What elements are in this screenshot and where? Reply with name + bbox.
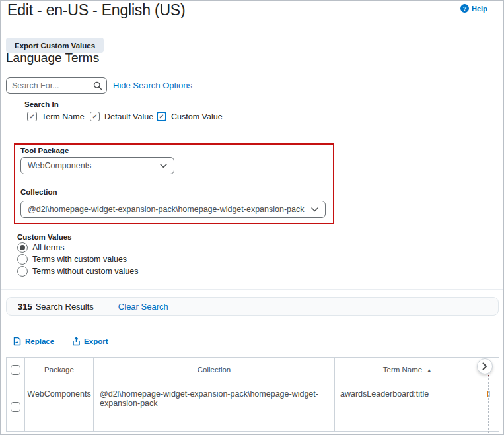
partial-highlight-mark-blue bbox=[489, 391, 490, 397]
default-value-checkbox[interactable]: ✓ bbox=[90, 112, 100, 121]
section-divider bbox=[1, 289, 503, 290]
terms-without-custom-values-radio[interactable] bbox=[17, 266, 28, 277]
check-icon: ✓ bbox=[92, 114, 97, 120]
results-count-label: Search Results bbox=[36, 302, 94, 312]
tool-package-label: Tool Package bbox=[20, 147, 69, 154]
language-terms-table: Package Collection Term Name ▲ WebCompon… bbox=[6, 357, 499, 432]
export-label: Export bbox=[84, 337, 108, 345]
column-header-collection[interactable]: Collection bbox=[94, 358, 335, 382]
clipped-cell bbox=[480, 382, 499, 431]
radio-with-custom-row: Terms with custom values bbox=[17, 254, 127, 265]
help-label: Help bbox=[472, 5, 487, 13]
column-drag-guide-line bbox=[488, 375, 489, 433]
replace-label: Replace bbox=[25, 337, 54, 345]
select-all-checkbox[interactable] bbox=[11, 365, 20, 375]
term-name-checkbox-label: Term Name bbox=[42, 112, 85, 121]
checkbox-term-name: ✓ Term Name bbox=[27, 112, 85, 121]
chevron-down-icon bbox=[311, 207, 318, 212]
help-question-icon: ? bbox=[460, 4, 469, 13]
search-in-label: Search In bbox=[24, 100, 59, 108]
custom-value-checkbox-label: Custom Value bbox=[171, 112, 223, 121]
collection-selected-value: @d2l\homepage-widget-expansion-pack\home… bbox=[28, 205, 305, 214]
column-header-package[interactable]: Package bbox=[25, 358, 94, 382]
search-icon[interactable] bbox=[92, 81, 103, 91]
sort-ascending-icon: ▲ bbox=[427, 368, 431, 372]
checkbox-custom-value: ✓ Custom Value bbox=[157, 112, 223, 121]
hide-search-options-link[interactable]: Hide Search Options bbox=[113, 81, 192, 90]
table-actions: Replace Export bbox=[13, 337, 108, 346]
row-select-cell bbox=[7, 382, 25, 431]
chevron-right-icon bbox=[482, 362, 487, 370]
page-title: Edit - en-US - English (US) bbox=[7, 1, 185, 19]
terms-with-custom-values-radio[interactable] bbox=[17, 254, 28, 265]
all-terms-radio-label: All terms bbox=[32, 243, 65, 252]
clear-search-link[interactable]: Clear Search bbox=[118, 302, 168, 312]
search-results-bar: 315 Search Results Clear Search bbox=[6, 297, 499, 316]
term-name-checkbox[interactable]: ✓ bbox=[27, 112, 37, 121]
partial-highlight-mark-orange bbox=[487, 391, 488, 397]
check-icon: ✓ bbox=[29, 114, 34, 120]
section-heading: Language Terms bbox=[6, 51, 99, 65]
custom-values-label: Custom Values bbox=[17, 233, 71, 241]
checkbox-default-value: ✓ Default Value bbox=[90, 112, 153, 121]
tool-package-select[interactable]: WebComponents bbox=[20, 157, 174, 174]
row-checkbox[interactable] bbox=[11, 402, 20, 412]
collection-cell: @d2l\homepage-widget-expansion-pack\home… bbox=[94, 382, 335, 431]
default-value-checkbox-label: Default Value bbox=[104, 112, 153, 121]
guide-anchor-dot bbox=[488, 375, 489, 376]
radio-without-custom-row: Terms without custom values bbox=[17, 266, 138, 277]
language-edit-page: Edit - en-US - English (US) ? Help Expor… bbox=[0, 0, 504, 435]
search-box bbox=[6, 77, 107, 94]
table-row: WebComponents @d2l\homepage-widget-expan… bbox=[7, 382, 499, 431]
replace-icon bbox=[13, 337, 22, 346]
all-terms-radio[interactable] bbox=[17, 242, 28, 253]
check-icon: ✓ bbox=[159, 114, 164, 120]
table-header-row: Package Collection Term Name ▲ bbox=[7, 358, 499, 382]
chevron-down-icon bbox=[160, 164, 167, 168]
radio-dot bbox=[20, 245, 25, 250]
collection-select[interactable]: @d2l\homepage-widget-expansion-pack\home… bbox=[20, 201, 326, 218]
collection-label: Collection bbox=[20, 188, 57, 196]
terms-with-custom-values-radio-label: Terms with custom values bbox=[32, 255, 127, 264]
scroll-columns-right-button[interactable] bbox=[477, 358, 493, 374]
package-cell: WebComponents bbox=[25, 382, 94, 431]
export-icon bbox=[72, 337, 81, 346]
export-button[interactable]: Export bbox=[72, 337, 108, 346]
search-input[interactable] bbox=[12, 81, 92, 90]
help-link[interactable]: ? Help bbox=[460, 4, 487, 13]
radio-all-terms-row: All terms bbox=[17, 242, 65, 253]
select-all-cell bbox=[7, 358, 25, 382]
terms-without-custom-values-radio-label: Terms without custom values bbox=[32, 267, 138, 276]
column-header-term-name[interactable]: Term Name ▲ bbox=[335, 358, 480, 382]
results-count: 315 bbox=[18, 302, 32, 312]
term-name-header-label: Term Name bbox=[383, 366, 422, 374]
term-name-cell: awardsLeaderboard:title bbox=[335, 382, 480, 431]
tool-package-selected-value: WebComponents bbox=[28, 161, 91, 170]
replace-button[interactable]: Replace bbox=[13, 337, 54, 346]
custom-value-checkbox[interactable]: ✓ bbox=[157, 112, 166, 121]
